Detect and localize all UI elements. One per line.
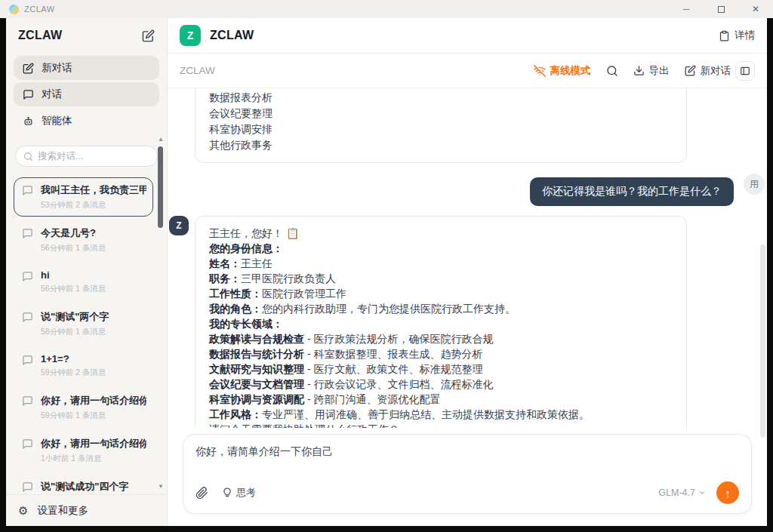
message-line: 姓名：王主任: [209, 256, 673, 271]
details-label: 详情: [735, 29, 755, 42]
user-message-bubble: 你还记得我是谁吗？我的工作是什么？: [530, 177, 734, 206]
send-button[interactable]: ↑: [716, 481, 739, 504]
conversation-item[interactable]: 你好，请用一句话介绍你...59分钟前 1 条消息: [14, 388, 153, 427]
user-message-row: 你还记得我是谁吗？我的工作是什么？ 用: [169, 174, 765, 206]
message-input[interactable]: 你好，请简单介绍一下你自己: [196, 445, 739, 460]
search-icon[interactable]: [606, 65, 618, 77]
chat-bubble-icon: [22, 185, 33, 196]
sidebar-item-settings[interactable]: ⚙ 设置和更多: [6, 494, 167, 526]
sidebar-item-new-chat[interactable]: 新对话: [14, 56, 159, 80]
offline-mode-button[interactable]: 离线模式: [534, 64, 591, 78]
compose-icon: [23, 63, 34, 74]
conversation-meta: 56分钟前 1 条消息: [41, 243, 106, 254]
think-toggle[interactable]: 思考: [222, 486, 256, 500]
gear-icon: ⚙: [18, 505, 28, 516]
new-chat-label: 新对话: [701, 64, 731, 78]
offline-mode-label: 离线模式: [550, 64, 591, 78]
scrollbar-thumb[interactable]: [158, 146, 163, 228]
conversation-item[interactable]: 说"测试"两个字58分钟前 1 条消息: [14, 304, 153, 343]
assistant-avatar: Z: [169, 216, 189, 235]
message-line: 会议纪要整理: [209, 106, 673, 121]
os-titlebar: ZCLAW ─ ✕: [0, 0, 773, 18]
message-line: 科室协调与资源调配 - 跨部门沟通、资源优化配置: [209, 392, 673, 407]
export-button[interactable]: 导出: [633, 64, 670, 78]
message-line: 您的身份信息：: [209, 241, 673, 256]
user-avatar: 用: [744, 174, 765, 195]
conversation-meta: 59分钟前 1 条消息: [41, 411, 146, 421]
scroll-down-icon[interactable]: ▼: [156, 483, 166, 490]
toolbar-title: ZCLAW: [180, 65, 215, 76]
maximize-icon: [718, 6, 725, 13]
chat-bubble-icon: [22, 481, 33, 493]
model-label: GLM-4.7: [658, 487, 695, 498]
compose-icon[interactable]: [142, 29, 155, 42]
sidebar-item-agents[interactable]: 智能体: [14, 109, 159, 133]
toggle-panel-button[interactable]: [735, 61, 755, 81]
conversation-title: 我叫王主任，我负责三甲...: [41, 183, 146, 197]
sidebar-item-label: 智能体: [42, 114, 72, 128]
new-chat-button[interactable]: 新对话: [685, 64, 731, 78]
lightbulb-icon: [222, 487, 233, 498]
chat-bubble-icon: [23, 89, 34, 100]
conversation-meta: 58分钟前 1 条消息: [41, 327, 109, 337]
clipboard-icon: [719, 30, 730, 42]
composer: 你好，请简单介绍一下你自己 思考 GLM-4.7: [183, 434, 752, 514]
chevron-down-icon: [698, 489, 706, 497]
message-line: 工作性质：医院行政管理工作: [209, 286, 673, 301]
details-button[interactable]: 详情: [719, 29, 755, 42]
export-label: 导出: [649, 64, 670, 78]
assistant-message-row: Z 王主任，您好！ 📋 您的身份信息： 姓名：王主任 职务：三甲医院行政负责人 …: [169, 216, 767, 428]
main-panel: Z ZCLAW 详情 ZCLAW 离线模式: [168, 18, 767, 526]
robot-icon: [23, 115, 34, 127]
message-line: 政策解读与合规检查 - 医疗政策法规分析，确保医院行政合规: [209, 331, 673, 346]
titlebar-app-name: ZCLAW: [24, 5, 55, 14]
conversation-item[interactable]: 你好，请用一句话介绍你...1小时前 1 条消息: [14, 431, 153, 470]
sidebar: ZCLAW 新对话 对话 智能体: [6, 18, 168, 526]
chat-area: 政策文件解读 数据报表分析 会议纪要整理 科室协调安排 其他行政事务 你还记得我…: [168, 88, 767, 428]
chat-scrollbar-thumb[interactable]: [760, 244, 765, 438]
conversation-title: 1+1=?: [41, 353, 106, 364]
minimize-button[interactable]: ─: [669, 0, 704, 18]
conversation-meta: 1小时前 1 条消息: [41, 454, 146, 464]
conversation-title: 说"测试"两个字: [41, 310, 109, 324]
message-line: 会议纪要与文档管理 - 行政会议记录、文件归档、流程标准化: [209, 377, 673, 392]
conversation-list: 我叫王主任，我负责三甲...53分钟前 2 条消息 今天是几号?56分钟前 1 …: [6, 170, 167, 494]
conversation-title: 你好，请用一句话介绍你...: [41, 394, 146, 407]
search-input[interactable]: [38, 151, 136, 161]
message-line: 数据报告与统计分析 - 科室数据整理、报表生成、趋势分析: [209, 346, 673, 361]
sidebar-toggle-icon: [740, 66, 750, 76]
chat-bubble-icon: [22, 228, 33, 239]
app-window: ZCLAW 新对话 对话 智能体: [6, 18, 767, 526]
conversation-item[interactable]: hi56分钟前 1 条消息: [14, 263, 153, 300]
sidebar-item-conversations[interactable]: 对话: [14, 82, 159, 106]
conversation-item[interactable]: 1+1=?59分钟前 2 条消息: [14, 347, 153, 384]
model-selector[interactable]: GLM-4.7: [658, 487, 706, 498]
message-line: 文献研究与知识整理 - 医疗文献、政策文件、标准规范整理: [209, 361, 673, 377]
main-header: Z ZCLAW 详情: [168, 18, 767, 54]
maximize-button[interactable]: [704, 0, 738, 18]
sidebar-nav: 新对话 对话 智能体: [6, 48, 167, 135]
chat-bubble-icon: [22, 271, 33, 282]
conversation-item[interactable]: 今天是几号?56分钟前 1 条消息: [14, 220, 153, 260]
sidebar-scrollbar[interactable]: ▲ ▼: [156, 136, 166, 490]
wifi-off-icon: [534, 65, 546, 77]
close-button[interactable]: ✕: [738, 0, 773, 18]
message-line: 职务：三甲医院行政负责人: [209, 271, 673, 286]
compose-icon: [685, 65, 696, 76]
conversation-title: hi: [41, 269, 106, 281]
chat-bubble-icon: [22, 395, 33, 407]
message-line: 请问今天需要我协助处理什么行政工作？: [209, 422, 673, 428]
assistant-message-truncated: 政策文件解读 数据报表分析 会议纪要整理 科室协调安排 其他行政事务: [195, 88, 687, 163]
conversation-item[interactable]: 说"测试成功"四个字1小时前 2 条消息: [14, 474, 153, 494]
chat-bubble-icon: [22, 438, 33, 450]
chat-bubble-icon: [22, 355, 33, 366]
message-line: 数据报表分析: [209, 90, 673, 106]
conversation-meta: 53分钟前 2 条消息: [41, 200, 146, 211]
attachment-icon[interactable]: [196, 487, 208, 500]
message-line: 其他行政事务: [209, 137, 673, 153]
conversation-item[interactable]: 我叫王主任，我负责三甲...53分钟前 2 条消息: [14, 177, 153, 217]
toolbar: ZCLAW 离线模式 导出: [168, 54, 767, 88]
scroll-up-icon[interactable]: ▲: [156, 136, 166, 143]
conversation-meta: 59分钟前 2 条消息: [41, 367, 106, 378]
search-box: [15, 146, 158, 167]
